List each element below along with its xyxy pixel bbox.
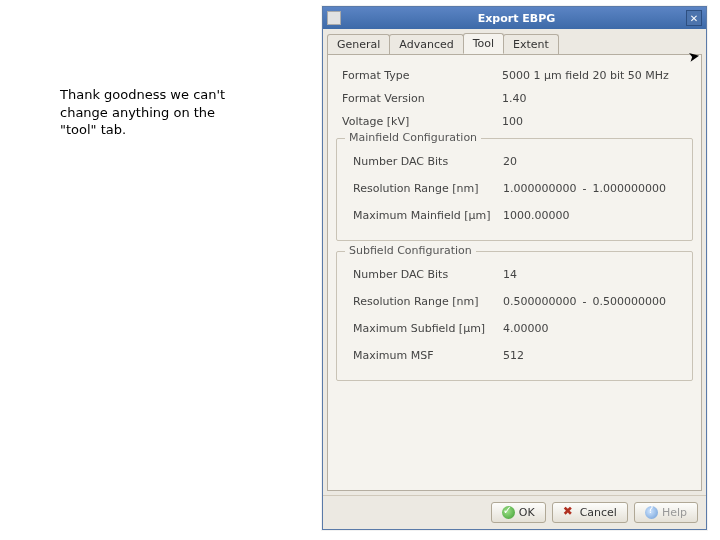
ok-label: OK xyxy=(519,506,535,519)
titlebar[interactable]: Export EBPG ✕ xyxy=(323,7,706,29)
subfield-res-low: 0.500000000 xyxy=(503,295,576,308)
format-type-row: Format Type 5000 1 μm field 20 bit 50 MH… xyxy=(342,69,693,82)
subfield-msf-row: Maximum MSF 512 xyxy=(353,349,686,362)
mainfield-group: Mainfield Configuration Number DAC Bits … xyxy=(336,138,693,241)
mainfield-max-value: 1000.00000 xyxy=(503,209,569,222)
tab-tool[interactable]: Tool xyxy=(463,33,504,54)
format-type-value: 5000 1 μm field 20 bit 50 MHz xyxy=(502,69,669,82)
cancel-icon xyxy=(563,506,576,519)
range-separator: - xyxy=(582,182,586,195)
tool-tab-panel: Format Type 5000 1 μm field 20 bit 50 MH… xyxy=(327,54,702,491)
subfield-res-label: Resolution Range [nm] xyxy=(353,295,503,308)
ok-button[interactable]: OK xyxy=(491,502,546,523)
subfield-group: Subfield Configuration Number DAC Bits 1… xyxy=(336,251,693,381)
cancel-button[interactable]: Cancel xyxy=(552,502,628,523)
voltage-value: 100 xyxy=(502,115,523,128)
mainfield-res-high: 1.000000000 xyxy=(592,182,665,195)
mainfield-max-label: Maximum Mainfield [μm] xyxy=(353,209,503,222)
subfield-dac-label: Number DAC Bits xyxy=(353,268,503,281)
subfield-dac-row: Number DAC Bits 14 xyxy=(353,268,686,281)
subfield-maxsub-value: 4.00000 xyxy=(503,322,549,335)
window-title: Export EBPG xyxy=(347,12,686,25)
tab-advanced[interactable]: Advanced xyxy=(389,34,463,55)
mainfield-dac-label: Number DAC Bits xyxy=(353,155,503,168)
format-version-label: Format Version xyxy=(342,92,502,105)
range-separator: - xyxy=(582,295,586,308)
format-version-row: Format Version 1.40 xyxy=(342,92,693,105)
tab-general[interactable]: General xyxy=(327,34,390,55)
subfield-res-row: Resolution Range [nm] 0.500000000 - 0.50… xyxy=(353,295,686,308)
ok-icon xyxy=(502,506,515,519)
close-icon: ✕ xyxy=(690,13,698,24)
help-label: Help xyxy=(662,506,687,519)
mainfield-res-label: Resolution Range [nm] xyxy=(353,182,503,195)
subfield-dac-value: 14 xyxy=(503,268,517,281)
tab-extent[interactable]: Extent xyxy=(503,34,559,55)
mainfield-res-row: Resolution Range [nm] 1.000000000 - 1.00… xyxy=(353,182,686,195)
help-button[interactable]: Help xyxy=(634,502,698,523)
caption-text: Thank goodness we can't change anything … xyxy=(60,86,240,139)
window-menu-icon[interactable] xyxy=(327,11,341,25)
mainfield-res-low: 1.000000000 xyxy=(503,182,576,195)
export-ebpg-dialog: Export EBPG ✕ General Advanced Tool Exte… xyxy=(322,6,707,530)
subfield-max-row: Maximum Subfield [μm] 4.00000 xyxy=(353,322,686,335)
voltage-label: Voltage [kV] xyxy=(342,115,502,128)
mainfield-max-row: Maximum Mainfield [μm] 1000.00000 xyxy=(353,209,686,222)
help-icon xyxy=(645,506,658,519)
mainfield-dac-value: 20 xyxy=(503,155,517,168)
format-type-label: Format Type xyxy=(342,69,502,82)
cancel-label: Cancel xyxy=(580,506,617,519)
mainfield-legend: Mainfield Configuration xyxy=(345,131,481,144)
tab-bar: General Advanced Tool Extent xyxy=(323,29,706,54)
dialog-button-bar: OK Cancel Help xyxy=(323,495,706,529)
subfield-maxmsf-value: 512 xyxy=(503,349,524,362)
subfield-legend: Subfield Configuration xyxy=(345,244,476,257)
close-button[interactable]: ✕ xyxy=(686,10,702,26)
voltage-row: Voltage [kV] 100 xyxy=(342,115,693,128)
subfield-maxsub-label: Maximum Subfield [μm] xyxy=(353,322,503,335)
mainfield-dac-row: Number DAC Bits 20 xyxy=(353,155,686,168)
subfield-maxmsf-label: Maximum MSF xyxy=(353,349,503,362)
format-version-value: 1.40 xyxy=(502,92,527,105)
subfield-res-high: 0.500000000 xyxy=(592,295,665,308)
